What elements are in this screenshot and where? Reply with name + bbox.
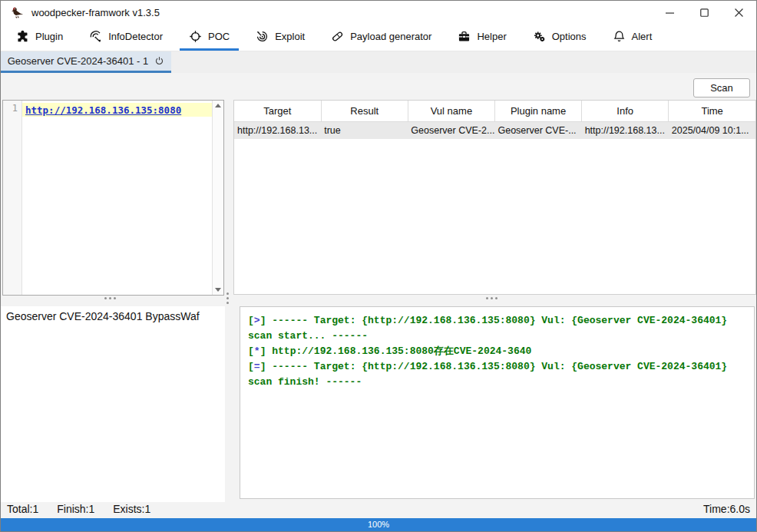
console-output: [>] ------ Target: {http://192.168.136.1… [240, 306, 755, 499]
target-list-editor[interactable]: 1 http://192.168.136.135:8080 [2, 100, 224, 296]
target-url-text[interactable]: http://192.168.136.135:8080 [25, 104, 181, 116]
subtab-geoserver-cve[interactable]: Geoserver CVE-2024-36401 - 1 [1, 51, 171, 73]
results-table-head-row: TargetResultVul namePlugin nameInfoTime [234, 101, 755, 122]
table-cell: http://192.168.13... [234, 122, 321, 140]
scroll-down-icon[interactable] [215, 288, 221, 292]
console-line: [>] ------ Target: {http://192.168.136.1… [248, 313, 746, 344]
bell-icon [613, 30, 626, 43]
table-cell: 2025/04/09 10:1... [669, 122, 755, 140]
status-finish: Finish:1 [57, 503, 94, 515]
minimize-icon [666, 8, 674, 17]
crosshair-icon [189, 30, 202, 43]
grip-dot [495, 297, 498, 299]
maximize-icon [700, 8, 709, 17]
progress-bar: 100% [1, 518, 756, 531]
tab-payload-generator[interactable]: Payload generator [322, 24, 441, 51]
plugin-info-panel: Geoserver CVE-2024-36401 BypassWaf [1, 306, 225, 502]
results-table: TargetResultVul namePlugin nameInfoTime … [234, 101, 755, 139]
minimize-button[interactable] [653, 1, 687, 24]
close-icon [735, 8, 743, 17]
app-window: woodpecker-framwork v1.3.5 Plugin [0, 0, 757, 532]
results-table-panel: TargetResultVul namePlugin nameInfoTime … [233, 100, 756, 295]
tab-options[interactable]: Options [524, 24, 596, 51]
column-header[interactable]: Vul name [408, 101, 494, 122]
gears-icon [533, 30, 546, 43]
puzzle-icon [16, 30, 29, 43]
tab-label: POC [208, 31, 230, 42]
status-total: Total:1 [7, 503, 38, 515]
console-line: [*] http://192.168.136.135:8080存在CVE-202… [248, 344, 746, 359]
scroll-up-icon[interactable] [215, 104, 221, 107]
editor-body[interactable]: http://192.168.136.135:8080 [22, 101, 212, 295]
line-number-gutter: 1 [3, 101, 22, 295]
tab-infodetector[interactable]: InfoDetector [80, 24, 172, 51]
line-number: 1 [3, 103, 18, 114]
tab-label: Exploit [275, 31, 305, 42]
tab-label: Options [552, 31, 587, 42]
window-controls [653, 1, 756, 24]
editor-current-line[interactable]: http://192.168.136.135:8080 [22, 103, 212, 117]
tab-exploit[interactable]: Exploit [246, 24, 314, 51]
tab-label: Helper [477, 31, 506, 42]
status-bar: Total:1 Finish:1 Exists:1 Time:6.0s [1, 500, 756, 518]
content-area: Scan 1 http://192.168.136.135:8080 [1, 73, 756, 500]
tab-label: Payload generator [350, 31, 431, 42]
grip-dot [104, 297, 107, 299]
table-cell: http://192.168.13... [582, 122, 669, 140]
tab-label: Alert [632, 31, 653, 42]
grip-dot [114, 297, 116, 299]
table-cell: Geoserver CVE-2... [408, 122, 494, 140]
tab-label: Plugin [35, 31, 63, 42]
grip-dot [226, 292, 229, 295]
column-header[interactable]: Time [669, 101, 755, 122]
console-text: http://192.168.136.135:8080存在CVE-2024-36… [266, 345, 531, 357]
tab-helper[interactable]: Helper [448, 24, 515, 51]
maximize-button[interactable] [687, 1, 722, 24]
tab-plugin[interactable]: Plugin [7, 24, 72, 51]
window-title: woodpecker-framwork v1.3.5 [31, 7, 160, 18]
results-table-body: http://192.168.13...trueGeoserver CVE-2.… [234, 122, 755, 140]
grip-dot [486, 297, 488, 299]
console-text: ------ Target: {http://192.168.136.135:8… [248, 361, 727, 388]
subtab-label: Geoserver CVE-2024-36401 - 1 [8, 55, 149, 67]
splitter-handle-left[interactable] [101, 294, 119, 302]
column-header[interactable]: Info [582, 101, 669, 122]
status-exists: Exists:1 [113, 503, 150, 515]
radar-icon [89, 30, 102, 43]
editor-scrollbar[interactable] [212, 101, 223, 295]
splitter-handle-vertical[interactable] [223, 289, 232, 307]
grip-dot [226, 302, 229, 304]
column-header[interactable]: Target [234, 101, 321, 122]
scan-button[interactable]: Scan [693, 78, 750, 97]
tab-label: InfoDetector [108, 31, 163, 42]
grip-dot [109, 297, 111, 299]
plugin-info-text: Geoserver CVE-2024-36401 BypassWaf [6, 310, 200, 322]
console-marker: * [254, 345, 260, 357]
grip-dot [226, 297, 229, 299]
column-header[interactable]: Result [321, 101, 408, 122]
grip-dot [491, 297, 493, 299]
bullet-icon [331, 30, 344, 43]
close-button[interactable] [722, 1, 756, 24]
tab-alert[interactable]: Alert [603, 24, 662, 51]
table-row[interactable]: http://192.168.13...trueGeoserver CVE-2.… [234, 122, 755, 140]
progress-percent: 100% [1, 518, 756, 531]
power-icon[interactable] [154, 56, 164, 66]
woodpecker-logo-icon [11, 6, 24, 19]
table-cell: Geoserver CVE-... [494, 122, 581, 140]
table-cell: true [321, 122, 408, 140]
splitter-handle-right[interactable] [483, 294, 501, 302]
toolbox-icon [458, 30, 471, 43]
plugin-tab-bar: Geoserver CVE-2024-36401 - 1 [1, 51, 756, 73]
status-time: Time:6.0s [703, 503, 750, 515]
title-bar: woodpecker-framwork v1.3.5 [1, 1, 756, 24]
console-marker: > [254, 315, 260, 326]
console-marker: = [254, 361, 260, 372]
console-text: ------ Target: {http://192.168.136.135:8… [248, 315, 727, 342]
console-line: [=] ------ Target: {http://192.168.136.1… [248, 359, 746, 390]
tab-poc[interactable]: POC [180, 24, 239, 51]
main-tab-bar: Plugin InfoDetector POC [1, 24, 756, 51]
column-header[interactable]: Plugin name [494, 101, 581, 122]
dartboard-icon [256, 30, 269, 43]
